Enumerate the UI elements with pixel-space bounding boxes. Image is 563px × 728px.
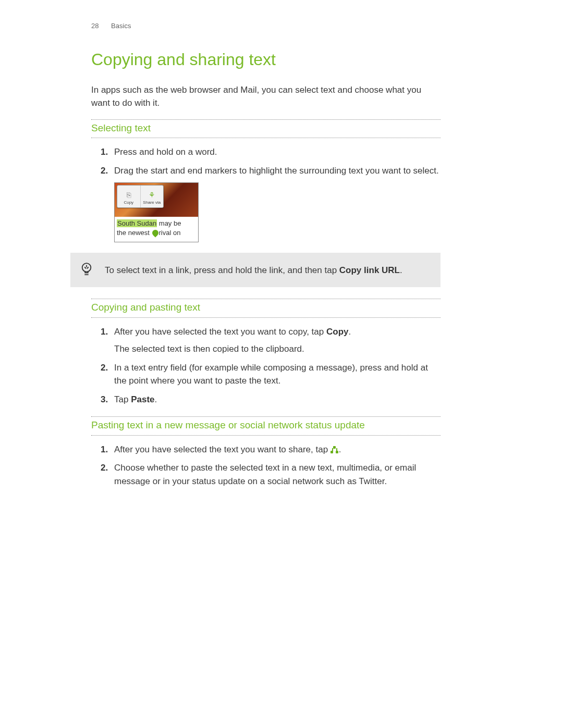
intro-paragraph: In apps such as the web browser and Mail… — [91, 83, 440, 110]
highlighted-text: South Sudan — [117, 219, 157, 227]
tip-box: To select text in a link, press and hold… — [70, 253, 440, 287]
share-icon — [331, 446, 339, 453]
popup-share-label: Share via — [143, 200, 161, 206]
svg-point-0 — [82, 264, 91, 273]
page-number: 28 — [91, 22, 99, 30]
list-text: Choose whether to paste the selected tex… — [114, 463, 416, 486]
tip-text: To select text in a link, press and hold… — [105, 264, 430, 277]
section-heading: Copying and pasting text — [91, 299, 440, 317]
list-text: In a text entry field (for example while… — [114, 363, 428, 386]
list-text: After you have selected the text you wan… — [114, 445, 341, 454]
ordered-list: 1. Press and hold on a word. 2. Drag the… — [91, 145, 440, 242]
list-number: 1. — [101, 145, 108, 159]
list-text: Drag the start and end markers to highli… — [114, 166, 439, 176]
list-item: 2. Choose whether to paste the selected … — [114, 461, 440, 488]
section-heading-row: Pasting text in a new message or social … — [91, 416, 440, 436]
popup-menu: ⎘ Copy ⚘ Share via — [117, 185, 164, 208]
list-item: 2. Drag the start and end markers to hig… — [114, 164, 440, 243]
list-number: 2. — [101, 361, 108, 375]
popup-copy-label: Copy — [124, 200, 133, 206]
list-item: 2. In a text entry field (for example wh… — [114, 361, 440, 388]
list-item: 3. Tap Paste. — [114, 393, 440, 406]
section-heading: Pasting text in a new message or social … — [91, 417, 440, 435]
section-heading: Selecting text — [91, 120, 440, 138]
chapter-name: Basics — [111, 22, 131, 30]
popup-share-cell: ⚘ Share via — [141, 186, 164, 207]
share-icon: ⚘ — [149, 191, 155, 199]
list-number: 3. — [101, 393, 108, 406]
list-item: 1. After you have selected the text you … — [114, 325, 440, 356]
list-number: 2. — [101, 461, 108, 475]
page-title: Copying and sharing text — [91, 47, 440, 72]
copy-icon: ⎘ — [127, 191, 131, 199]
list-paragraph: The selected text is then copied to the … — [114, 342, 440, 356]
section-heading-row: Copying and pasting text — [91, 299, 440, 318]
ordered-list: 1. After you have selected the text you … — [91, 443, 440, 488]
list-item: 1. After you have selected the text you … — [114, 443, 440, 456]
page-header: 28 Basics — [91, 21, 440, 31]
list-text: Press and hold on a word. — [114, 147, 217, 157]
list-number: 2. — [101, 164, 108, 178]
lightbulb-icon — [81, 262, 92, 278]
popup-copy-cell: ⎘ Copy — [117, 186, 141, 207]
list-text: After you have selected the text you wan… — [114, 327, 351, 337]
example-screenshot: ⎘ Copy ⚘ Share via South Sudan may be th… — [114, 182, 199, 242]
ordered-list: 1. After you have selected the text you … — [91, 325, 440, 406]
screenshot-text: South Sudan may be the newest rival on — [115, 217, 198, 242]
list-text: Tap Paste. — [114, 394, 157, 404]
text-marker-icon — [151, 229, 160, 238]
list-number: 1. — [101, 443, 108, 456]
section-heading-row: Selecting text — [91, 119, 440, 139]
list-number: 1. — [101, 325, 108, 339]
list-item: 1. Press and hold on a word. — [114, 145, 440, 159]
